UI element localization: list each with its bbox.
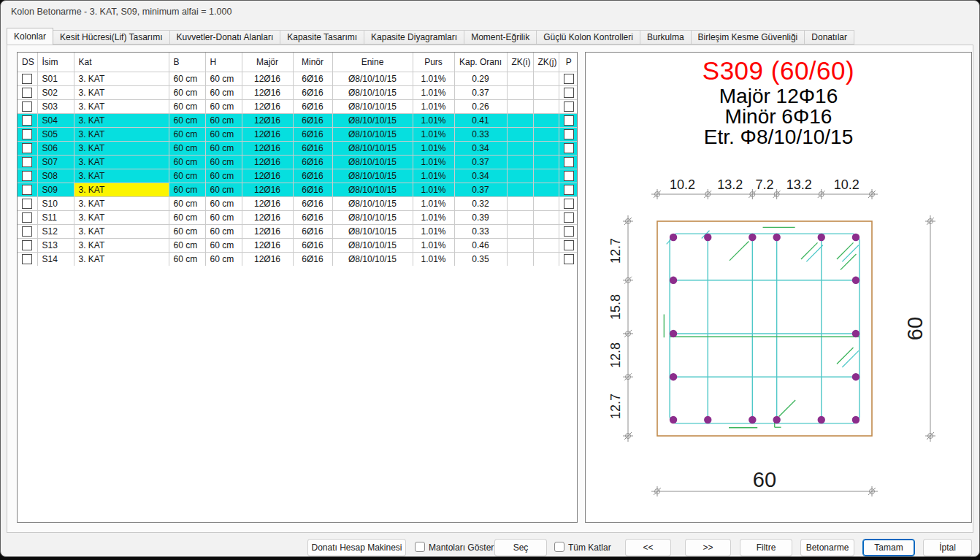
tab-kapasite-diyagramlar-[interactable]: Kapasite Diyagramları [364, 30, 464, 45]
ds-checkbox[interactable] [22, 143, 32, 153]
tab-burkulma[interactable]: Burkulma [640, 30, 692, 45]
cell-major: 12Ø16 [242, 253, 293, 266]
cell-zki [507, 156, 533, 169]
cell-zkj [533, 86, 559, 100]
column-header-isim[interactable]: İsim [37, 53, 74, 72]
p-checkbox[interactable] [564, 101, 574, 112]
cell-enine: Ø8/10/10/15 [332, 211, 413, 225]
table-row-s09[interactable]: S093. KAT60 cm60 cm12Ø166Ø16Ø8/10/10/151… [18, 183, 578, 197]
cell-b: 60 cm [169, 197, 205, 211]
ok-button[interactable]: Tamam [862, 539, 915, 556]
column-header-b[interactable]: B [169, 53, 205, 72]
cell-zki [507, 128, 533, 142]
p-checkbox[interactable] [564, 254, 574, 264]
p-checkbox[interactable] [564, 88, 574, 98]
all-storeys-checkbox[interactable] [554, 542, 564, 552]
table-row-s10[interactable]: S103. KAT60 cm60 cm12Ø166Ø16Ø8/10/10/151… [18, 197, 578, 211]
ds-checkbox[interactable] [22, 129, 32, 139]
tab-g-l-kolon-kontrolleri[interactable]: Güçlü Kolon Kontrolleri [536, 30, 640, 45]
p-checkbox[interactable] [564, 171, 574, 181]
dim-label: 13.2 [786, 177, 812, 192]
filter-button[interactable]: Filtre [740, 539, 792, 556]
column-header-zkj[interactable]: ZK(j) [533, 53, 559, 72]
column-header-p[interactable]: P [559, 53, 578, 72]
tab-kapasite-tasar-m-[interactable]: Kapasite Tasarımı [280, 30, 364, 45]
tab-donat-lar[interactable]: Donatılar [804, 30, 854, 45]
rebar-dot [773, 416, 780, 423]
column-header-kat[interactable]: Kat [74, 53, 169, 72]
table-row-s06[interactable]: S063. KAT60 cm60 cm12Ø166Ø16Ø8/10/10/151… [18, 142, 578, 156]
all-storeys-label[interactable]: Tüm Katlar [568, 542, 611, 553]
cell-p [559, 86, 578, 100]
column-header-purs[interactable]: Purs [413, 53, 454, 72]
table-row-s02[interactable]: S023. KAT60 cm60 cm12Ø166Ø16Ø8/10/10/151… [18, 86, 578, 100]
ds-checkbox[interactable] [22, 212, 32, 223]
show-jackets-label[interactable]: Mantoları Göster [429, 542, 494, 553]
cell-b: 60 cm [169, 100, 205, 114]
cell-zkj [533, 197, 559, 211]
cell-minor: 6Ø16 [293, 100, 332, 114]
previous-button[interactable]: << [625, 539, 671, 556]
p-checkbox[interactable] [564, 74, 574, 84]
table-row-s12[interactable]: S123. KAT60 cm60 cm12Ø166Ø16Ø8/10/10/151… [18, 225, 578, 239]
table-row-s08[interactable]: S083. KAT60 cm60 cm12Ø166Ø16Ø8/10/10/151… [18, 169, 578, 183]
p-checkbox[interactable] [564, 240, 574, 250]
ds-checkbox[interactable] [22, 157, 32, 167]
cell-kap: 0.37 [454, 183, 507, 197]
table-row-s05[interactable]: S053. KAT60 cm60 cm12Ø166Ø16Ø8/10/10/151… [18, 128, 578, 142]
show-jackets-checkbox[interactable] [415, 542, 425, 552]
p-checkbox[interactable] [564, 226, 574, 237]
table-row-s13[interactable]: S133. KAT60 cm60 cm12Ø166Ø16Ø8/10/10/151… [18, 239, 578, 253]
ds-checkbox[interactable] [22, 240, 32, 250]
ds-checkbox[interactable] [22, 88, 32, 98]
table-row-s01[interactable]: S013. KAT60 cm60 cm12Ø166Ø16Ø8/10/10/151… [18, 72, 578, 86]
column-header-enine[interactable]: Enine [332, 53, 413, 72]
tab-kolonlar[interactable]: Kolonlar [7, 28, 53, 45]
titlebar[interactable]: Kolon Betonarme - 3. KAT, S09, minimum a… [1, 1, 979, 24]
select-button[interactable]: Seç [494, 539, 547, 556]
cell-isim: S02 [37, 86, 74, 100]
ds-checkbox[interactable] [22, 226, 32, 237]
p-checkbox[interactable] [564, 212, 574, 223]
column-header-minor[interactable]: Minör [293, 53, 332, 72]
cell-zki [507, 253, 533, 266]
next-button[interactable]: >> [685, 539, 731, 556]
p-checkbox[interactable] [564, 129, 574, 139]
cell-kap: 0.33 [454, 128, 507, 142]
ds-checkbox[interactable] [22, 254, 32, 264]
table-row-s07[interactable]: S073. KAT60 cm60 cm12Ø166Ø16Ø8/10/10/151… [18, 156, 578, 169]
table-row-s14[interactable]: S143. KAT60 cm60 cm12Ø166Ø16Ø8/10/10/151… [18, 253, 578, 266]
p-checkbox[interactable] [564, 185, 574, 195]
column-header-zki[interactable]: ZK(i) [507, 53, 533, 72]
ds-checkbox[interactable] [22, 185, 32, 195]
tab-kuvvetler-donat-alanlar-[interactable]: Kuvvetler-Donatı Alanları [169, 30, 281, 45]
rebar-calculator-button[interactable]: Donatı Hesap Makinesi [307, 539, 406, 556]
p-checkbox[interactable] [564, 199, 574, 209]
table-row-s04[interactable]: S043. KAT60 cm60 cm12Ø166Ø16Ø8/10/10/151… [18, 114, 578, 128]
cell-enine: Ø8/10/10/15 [332, 86, 413, 100]
cell-minor: 6Ø16 [293, 128, 332, 142]
cancel-button[interactable]: İptal [923, 539, 972, 556]
tab-kesit-h-cresi-lif-tasar-m-[interactable]: Kesit Hücresi(Lif) Tasarımı [53, 30, 169, 45]
cell-p [559, 100, 578, 114]
tab-moment-e-rilik[interactable]: Moment-Eğrilik [464, 30, 537, 45]
column-header-ds[interactable]: DS [18, 53, 37, 72]
concrete-design-button[interactable]: Betonarme [800, 539, 854, 556]
ds-checkbox[interactable] [22, 171, 32, 181]
p-checkbox[interactable] [564, 143, 574, 153]
p-checkbox[interactable] [564, 115, 574, 126]
cell-major: 12Ø16 [242, 72, 293, 86]
ds-checkbox[interactable] [22, 115, 32, 126]
table-row-s03[interactable]: S033. KAT60 cm60 cm12Ø166Ø16Ø8/10/10/151… [18, 100, 578, 114]
column-header-h[interactable]: H [205, 53, 242, 72]
ds-checkbox[interactable] [22, 101, 32, 112]
tab-birle-im-kesme-g-venli-i[interactable]: Birleşim Kesme Güvenliği [691, 30, 805, 45]
cell-major: 12Ø16 [242, 128, 293, 142]
table-row-s11[interactable]: S113. KAT60 cm60 cm12Ø166Ø16Ø8/10/10/151… [18, 211, 578, 225]
ds-checkbox[interactable] [22, 199, 32, 209]
ds-checkbox[interactable] [22, 74, 32, 84]
column-header-kap[interactable]: Kap. Oranı [454, 53, 507, 72]
p-checkbox[interactable] [564, 157, 574, 167]
column-header-major[interactable]: Majör [242, 53, 293, 72]
cell-major: 12Ø16 [242, 100, 293, 114]
